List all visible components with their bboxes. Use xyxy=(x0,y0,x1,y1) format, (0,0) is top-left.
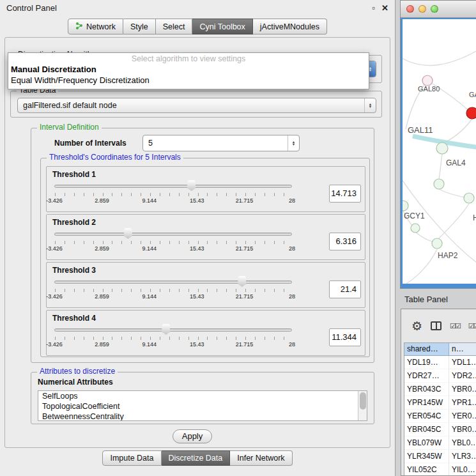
slider-track xyxy=(54,328,292,332)
threshold-3-panel: Threshold 3 -3.4262.8599.14415.4321.7152… xyxy=(46,262,365,308)
network-canvas[interactable]: GAL80GAGAL11GAL4GCY1HHAP2 xyxy=(401,18,476,288)
attributes-list[interactable]: SelfLoopsTopologicalCoefficientBetweenne… xyxy=(38,390,367,421)
table-row[interactable]: YIL052CYIL0… xyxy=(404,463,476,476)
table-row[interactable]: YDL19…YDL1… xyxy=(404,356,476,369)
close-traffic-light-icon[interactable] xyxy=(406,5,414,13)
columns-icon[interactable] xyxy=(431,321,441,330)
interval-definition-group: Interval Definition Number of Intervals … xyxy=(31,128,374,363)
table-row[interactable]: YLR345WYLR3… xyxy=(404,450,476,463)
network-node-label[interactable]: HAP2 xyxy=(438,251,457,260)
threshold-2-panel: Threshold 2 -3.4262.8599.14415.4321.7152… xyxy=(46,214,365,260)
threshold-4-slider[interactable]: -3.4262.8599.14415.4321.71528 xyxy=(49,323,329,352)
list-item[interactable]: BetweennessCentrality xyxy=(38,411,367,421)
table-cell: YBL079W xyxy=(404,436,449,449)
scale-label: -3.426 xyxy=(46,341,63,348)
table-row[interactable]: YDR27…YDR2… xyxy=(404,369,476,383)
network-node[interactable] xyxy=(411,224,420,233)
threshold-label: Threshold 3 xyxy=(47,263,365,275)
slider-scale: -3.4262.8599.14415.4321.71528 xyxy=(54,245,292,252)
network-node[interactable] xyxy=(434,179,444,189)
list-item[interactable]: TopologicalCoefficient xyxy=(38,401,367,411)
slider-ticks xyxy=(55,337,292,340)
scale-label: 2.859 xyxy=(95,245,109,252)
tab-network[interactable]: Network xyxy=(68,19,123,35)
scale-label: 28 xyxy=(289,293,295,300)
thresholds-group: Threshold's Coordinates for 5 Intervals … xyxy=(40,158,370,357)
network-node[interactable] xyxy=(422,75,433,86)
table-cell: YER054C xyxy=(404,410,449,422)
tab-style[interactable]: Style xyxy=(123,19,156,35)
apply-button[interactable]: Apply xyxy=(173,429,212,443)
tab-jactivemnodules[interactable]: jActiveMNodules xyxy=(253,19,327,35)
network-node[interactable] xyxy=(436,142,448,154)
threshold-1-slider[interactable]: -3.4262.8599.14415.4321.71528 xyxy=(49,179,329,208)
scrollbar-thumb[interactable] xyxy=(360,392,366,410)
table-row[interactable]: YBL079WYBL0… xyxy=(404,436,476,450)
table-row[interactable]: YPR145WYPR1… xyxy=(404,396,476,410)
table-cell: YDR2… xyxy=(449,369,476,382)
network-node-label[interactable]: GAL80 xyxy=(418,85,440,93)
network-node-label[interactable]: GA xyxy=(469,91,476,98)
network-node-label[interactable]: H xyxy=(473,213,476,222)
table-row[interactable]: YBR045CYBR0… xyxy=(404,423,476,436)
network-node-label[interactable]: GAL4 xyxy=(446,158,466,167)
tab-label: Cyni Toolbox xyxy=(199,22,245,31)
threshold-label: Threshold 2 xyxy=(47,215,365,227)
threshold-2-slider[interactable]: -3.4262.8599.14415.4321.71528 xyxy=(49,227,329,256)
scale-label: -3.426 xyxy=(46,293,63,300)
slider-track xyxy=(54,233,292,236)
scale-label: 21.715 xyxy=(236,341,254,348)
scale-label: 21.715 xyxy=(236,197,254,204)
table-data-group: Table Data galFiltered.sif default node … xyxy=(10,91,382,118)
slider-scale: -3.4262.8599.14415.4321.71528 xyxy=(54,293,292,300)
threshold-4-value-field[interactable]: 11.344 xyxy=(329,328,361,346)
scale-label: 15.43 xyxy=(190,197,204,204)
algorithm-option[interactable]: Manual Discretization xyxy=(8,64,369,75)
tab-select[interactable]: Select xyxy=(156,19,193,35)
network-node[interactable] xyxy=(464,193,474,203)
minimize-traffic-light-icon[interactable] xyxy=(418,5,426,13)
num-intervals-combobox[interactable]: 5 ▲▼ xyxy=(142,135,300,151)
network-node[interactable] xyxy=(432,238,442,249)
slider-scale: -3.4262.8599.14415.4321.71528 xyxy=(54,341,292,348)
algorithm-option[interactable]: Equal Width/Frequency Discretization xyxy=(8,75,369,86)
slider-thumb[interactable] xyxy=(187,180,196,191)
bottom-tab-impute-data[interactable]: Impute Data xyxy=(102,450,161,466)
bottom-tab-infer-network[interactable]: Infer Network xyxy=(230,450,292,466)
algorithm-dropdown-popup: Select algorithm to view settings Manual… xyxy=(8,52,369,89)
zoom-traffic-light-icon[interactable] xyxy=(431,5,438,13)
threshold-2-value-field[interactable]: 6.316 xyxy=(329,233,361,250)
slider-thumb[interactable] xyxy=(124,228,132,239)
scrollbar[interactable] xyxy=(358,391,367,420)
slider-thumb[interactable] xyxy=(238,276,246,287)
threshold-3-value-field[interactable]: 21.4 xyxy=(329,280,361,298)
column-header[interactable]: shared… xyxy=(404,343,449,355)
scale-label: 9.144 xyxy=(142,341,157,348)
gear-icon[interactable]: ⚙ xyxy=(411,319,422,334)
network-node-label[interactable]: GCY1 xyxy=(404,211,425,220)
list-item[interactable]: SelfLoops xyxy=(38,391,367,401)
threshold-3-slider[interactable]: -3.4262.8599.14415.4321.71528 xyxy=(49,275,329,304)
network-node-label[interactable]: GAL11 xyxy=(408,125,433,135)
table-row[interactable]: YER054CYER0… xyxy=(404,410,476,423)
select-columns-icon[interactable]: ☑☑ xyxy=(450,322,460,330)
combo-arrows-icon[interactable]: ▲▼ xyxy=(364,98,376,112)
column-header[interactable]: n… xyxy=(449,343,476,355)
table-cell: YBR0… xyxy=(449,423,476,436)
float-window-icon[interactable]: ▫ xyxy=(372,4,375,12)
scale-label: 9.144 xyxy=(142,197,157,204)
table-cell: YBL0… xyxy=(449,436,476,449)
combo-arrows-icon[interactable]: ▲▼ xyxy=(288,135,299,151)
tab-cyni-toolbox[interactable]: Cyni Toolbox xyxy=(192,19,252,35)
close-icon[interactable]: ✕ xyxy=(381,4,388,12)
network-node-selected[interactable] xyxy=(466,107,476,119)
checkbox-icon[interactable]: ☑☑ xyxy=(468,322,476,330)
threshold-4-panel: Threshold 4 -3.4262.8599.14415.4321.7152… xyxy=(46,310,365,356)
tab-label: Select xyxy=(163,22,185,31)
threshold-1-value-field[interactable]: 14.713 xyxy=(329,185,361,203)
table-row[interactable]: YBR043CYBR0… xyxy=(404,383,476,396)
slider-thumb[interactable] xyxy=(162,324,170,335)
table-data-combobox[interactable]: galFiltered.sif default node ▲▼ xyxy=(17,98,376,113)
network-node[interactable] xyxy=(403,201,408,211)
bottom-tab-discretize-data[interactable]: Discretize Data xyxy=(162,450,231,466)
